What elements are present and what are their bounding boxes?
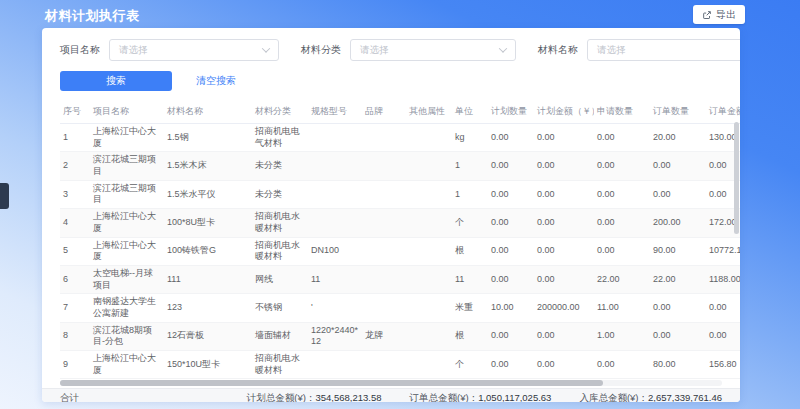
table-cell: 1220*2440*12 (308, 322, 362, 350)
summary-item-label: 订单总金额(¥)： (410, 392, 479, 402)
table-cell: 3 (60, 180, 90, 208)
column-header: 材料名称 (164, 100, 252, 124)
search-button[interactable]: 搜索 (60, 71, 172, 91)
table-cell: 1 (452, 152, 488, 180)
table-cell: 0.00 (594, 237, 650, 265)
table-cell: 20.00 (650, 124, 706, 152)
table-cell: 111 (164, 265, 252, 293)
table-cell: 1.5米水平仪 (164, 180, 252, 208)
horizontal-scrollbar-thumb[interactable] (60, 380, 603, 386)
table-cell: 招商机电水暖材料 (252, 237, 308, 265)
clear-search-link[interactable]: 清空搜索 (196, 74, 236, 88)
table-cell (406, 124, 452, 152)
table-cell: 0.00 (488, 180, 534, 208)
table-cell: 0.00 (650, 294, 706, 322)
column-header: 计划金额（￥） (534, 100, 594, 124)
filter-group: 材料分类请选择 (301, 39, 516, 61)
table-cell: 0.00 (594, 351, 650, 379)
column-header: 项目名称 (90, 100, 164, 124)
column-header: 单位 (452, 100, 488, 124)
table-row: 9上海松江中心大厦150*10U型卡招商机电水暖材料个0.000.000.008… (60, 351, 740, 379)
table-cell: 未分类 (252, 152, 308, 180)
table-cell: 1 (60, 124, 90, 152)
table-cell: 0.00 (488, 265, 534, 293)
table-cell: 米重 (452, 294, 488, 322)
table-cell: ' (308, 294, 362, 322)
table-cell: 滨江花城三期项目 (90, 152, 164, 180)
column-header: 品牌 (362, 100, 406, 124)
table-cell: 11.00 (594, 294, 650, 322)
table-cell: 0.00 (650, 152, 706, 180)
filter-label: 项目名称 (60, 43, 100, 57)
summary-item-value: 354,568,213.58 (315, 392, 381, 402)
table-cell: 墙面辅材 (252, 322, 308, 350)
table-cell: 0.00 (488, 209, 534, 237)
export-icon (702, 10, 712, 20)
table-cell: kg (452, 124, 488, 152)
summary-item: 订单总金额(¥)：1,050,117,025.63 (410, 392, 552, 402)
summary-item-value: 2,657,339,761.46 (648, 392, 722, 402)
table-cell (406, 322, 452, 350)
table-cell: 上海松江中心大厦 (90, 209, 164, 237)
summary-item-label: 入库总金额(¥)： (579, 392, 648, 402)
table-cell: 0.00 (488, 237, 534, 265)
table-cell: 0.00 (594, 209, 650, 237)
table-cell: 根 (452, 322, 488, 350)
table-cell: 100*8U型卡 (164, 209, 252, 237)
table-cell: 招商机电电气材料 (252, 124, 308, 152)
horizontal-scrollbar[interactable] (60, 380, 722, 386)
table-cell: 0.00 (534, 152, 594, 180)
table-cell: 150*10U型卡 (164, 351, 252, 379)
table-cell: 0.00 (650, 180, 706, 208)
summary-item-label: 计划总金额(¥)： (247, 392, 316, 402)
summary-total-label: 合计 (60, 392, 79, 402)
table-cell (362, 237, 406, 265)
table-cell: 8 (60, 322, 90, 350)
table-cell (308, 351, 362, 379)
column-header: 序号 (60, 100, 90, 124)
table-cell: 0.00 (534, 180, 594, 208)
table-cell: 0.00 (534, 209, 594, 237)
filter-select[interactable]: 请选择 (587, 39, 740, 61)
side-drawer-handle[interactable] (0, 183, 9, 209)
table-cell (362, 124, 406, 152)
table-cell (308, 209, 362, 237)
table-cell: 4 (60, 209, 90, 237)
table-cell (362, 209, 406, 237)
table-cell: 200000.00 (534, 294, 594, 322)
table-row: 5上海松江中心大厦100铸铁管G招商机电水暖材料DN100根0.000.000.… (60, 237, 740, 265)
table-cell (406, 237, 452, 265)
summary-row: 合计 计划总金额(¥)：354,568,213.58订单总金额(¥)：1,050… (42, 388, 740, 402)
table-cell: 0.00 (488, 351, 534, 379)
page-title: 材料计划执行表 (45, 7, 140, 25)
filter-label: 材料名称 (538, 43, 578, 57)
filter-group: 材料名称请选择 (538, 39, 740, 61)
table-cell: 个 (452, 351, 488, 379)
table-cell: 80.00 (650, 351, 706, 379)
table-cell (308, 124, 362, 152)
table-cell (308, 152, 362, 180)
table-cell (406, 294, 452, 322)
column-header: 材料分类 (252, 100, 308, 124)
vertical-scrollbar[interactable] (734, 122, 739, 234)
table-cell: 0.00 (594, 180, 650, 208)
export-button[interactable]: 导出 (693, 5, 745, 24)
table-cell (406, 152, 452, 180)
select-placeholder: 请选择 (597, 44, 626, 57)
filter-select[interactable]: 请选择 (109, 39, 279, 61)
table-cell: 太空电梯--月球项目 (90, 265, 164, 293)
table-cell: 滨江花城三期项目 (90, 180, 164, 208)
table-cell: 0.00 (594, 124, 650, 152)
table-cell: 2 (60, 152, 90, 180)
summary-item: 入库总金额(¥)：2,657,339,761.46 (579, 392, 722, 402)
material-plan-table: 序号项目名称材料名称材料分类规格型号品牌其他属性单位计划数量计划金额（￥）申请数… (60, 100, 740, 379)
table-cell: 0.00 (650, 322, 706, 350)
column-header: 订单金额（￥） (706, 100, 740, 124)
export-button-label: 导出 (716, 8, 736, 22)
table-cell: 未分类 (252, 180, 308, 208)
table-cell: 6 (60, 265, 90, 293)
filter-select[interactable]: 请选择 (350, 39, 516, 61)
table-cell: 11 (452, 265, 488, 293)
table-container: 序号项目名称材料名称材料分类规格型号品牌其他属性单位计划数量计划金额（￥）申请数… (42, 100, 740, 379)
table-cell: DN100 (308, 237, 362, 265)
